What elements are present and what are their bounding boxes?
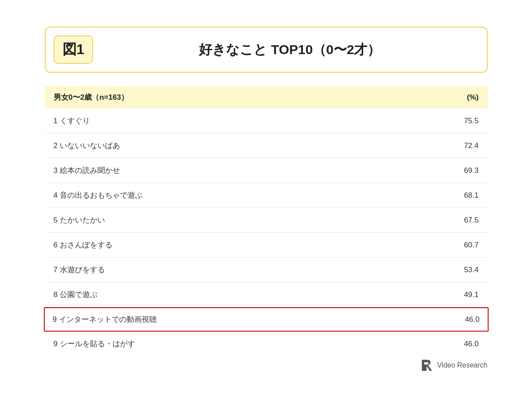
- row-value: 72.4: [464, 141, 478, 150]
- row-value: 75.5: [464, 117, 478, 125]
- row-value: 49.1: [464, 290, 478, 299]
- row-item: 7 水遊びをする: [54, 265, 105, 275]
- logo-area: Video Research: [419, 358, 488, 372]
- table-row: 6 おさんぽをする60.7: [45, 233, 488, 258]
- table-row: 9 インターネットでの動画視聴46.0: [44, 307, 489, 332]
- row-item: 3 絵本の読み聞かせ: [54, 165, 120, 176]
- logo-text: Video Research: [437, 361, 488, 369]
- row-item: 6 おさんぽをする: [54, 240, 113, 250]
- table-rows: 1 くすぐり75.52 いないいないばあ72.43 絵本の読み聞かせ69.34 …: [45, 109, 488, 356]
- row-item: 9 インターネットでの動画視聴: [53, 314, 157, 325]
- row-value: 69.3: [464, 166, 478, 175]
- row-value: 60.7: [464, 241, 478, 250]
- table-header-percent: (%): [467, 93, 478, 102]
- row-value: 67.5: [464, 216, 478, 225]
- page-title: 好きなこと TOP10（0〜2才）: [106, 41, 473, 59]
- table-row: 4 音の出るおもちゃで遊ぶ68.1: [45, 183, 488, 208]
- table-row: 5 たかいたかい67.5: [45, 208, 488, 233]
- row-item: 5 たかいたかい: [54, 215, 105, 225]
- page-container: 図1 好きなこと TOP10（0〜2才） 男女0〜2歳（n=163） (%) 1…: [23, 13, 510, 386]
- data-table: 男女0〜2歳（n=163） (%) 1 くすぐり75.52 いないいないばあ72…: [45, 86, 488, 356]
- row-item: 1 くすぐり: [54, 116, 90, 126]
- row-item: 9 シールを貼る・はがす: [54, 339, 135, 349]
- row-item: 2 いないいないばあ: [54, 141, 120, 151]
- row-item: 8 公園で遊ぶ: [54, 289, 97, 300]
- row-value: 46.0: [464, 340, 478, 348]
- title-box: 図1 好きなこと TOP10（0〜2才）: [45, 27, 488, 73]
- table-header-label: 男女0〜2歳（n=163）: [54, 92, 129, 102]
- table-row: 1 くすぐり75.5: [45, 109, 488, 133]
- vr-logo-icon: [419, 358, 434, 372]
- table-row: 2 いないいないばあ72.4: [45, 133, 488, 158]
- table-row: 3 絵本の読み聞かせ69.3: [45, 158, 488, 183]
- row-value: 53.4: [464, 266, 478, 274]
- table-row: 9 シールを貼る・はがす46.0: [45, 332, 488, 356]
- figure-label: 図1: [54, 35, 93, 64]
- row-item: 4 音の出るおもちゃで遊ぶ: [54, 190, 143, 200]
- table-row: 7 水遊びをする53.4: [45, 258, 488, 282]
- row-value: 68.1: [464, 191, 478, 200]
- table-header: 男女0〜2歳（n=163） (%): [45, 86, 488, 109]
- row-value: 46.0: [465, 315, 479, 324]
- table-row: 8 公園で遊ぶ49.1: [45, 282, 488, 307]
